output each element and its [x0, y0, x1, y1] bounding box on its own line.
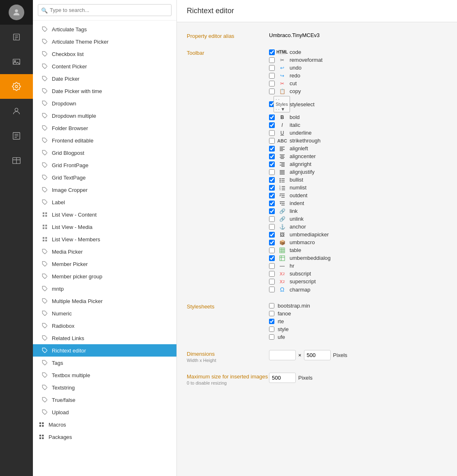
item-icon: [41, 137, 49, 144]
toolbar-checkbox-subscript[interactable]: [269, 271, 275, 277]
toolbar-checkbox-superscript[interactable]: [269, 279, 275, 285]
toolbar-item-table: table: [269, 247, 447, 253]
toolbar-checkbox-umbembeddialog[interactable]: [269, 255, 275, 261]
tree-item-date-picker-time[interactable]: Date Picker with time: [33, 85, 176, 97]
nav-content[interactable]: [0, 25, 33, 49]
toolbar-checkbox-link[interactable]: [269, 208, 275, 214]
toolbar-checkbox-charmap[interactable]: [269, 287, 275, 292]
main-content: Richtext editor Property editor alias Um…: [177, 0, 457, 476]
toolbar-checkbox-table[interactable]: [269, 247, 275, 253]
nav-settings[interactable]: [0, 74, 33, 99]
tree-item-textstring[interactable]: Textstring: [33, 381, 176, 394]
toolbar-checkbox-undo[interactable]: [269, 65, 275, 71]
toolbar-checkbox-strikethrough[interactable]: [269, 138, 275, 144]
toolbar-checkbox-indent[interactable]: [269, 201, 275, 206]
stylesheet-checkbox-rte[interactable]: [269, 319, 274, 324]
dimensions-width-input[interactable]: [269, 350, 296, 360]
packages-label: Packages: [49, 434, 72, 440]
tree-item-listview-members[interactable]: List View - Members: [33, 233, 176, 245]
stylesheet-checkbox-ufe[interactable]: [269, 334, 274, 340]
max-size-input[interactable]: [269, 373, 296, 383]
toolbar-checkbox-unlink[interactable]: [269, 216, 275, 222]
tree-item-upload[interactable]: Upload: [33, 406, 176, 418]
tree-item-mntp[interactable]: mntp: [33, 282, 176, 295]
tree-item-multiple-media-picker[interactable]: Multiple Media Picker: [33, 295, 176, 307]
item-label: Member Picker: [52, 261, 88, 267]
tree-item-articulate-theme[interactable]: Articulate Theme Picker: [33, 35, 176, 48]
tree-item-articulate-tags[interactable]: Articulate Tags: [33, 23, 176, 35]
toolbar-checkbox-umbmediapicker[interactable]: [269, 232, 275, 238]
toolbar-icon-umbembeddialog: [278, 255, 286, 261]
nav-translation[interactable]: [0, 148, 33, 173]
toolbar-checkbox-bold[interactable]: [269, 114, 275, 120]
tree-item-member-picker-group[interactable]: Member picker group: [33, 270, 176, 282]
tree-section-macros[interactable]: Macros: [33, 418, 176, 431]
toolbar-checkbox-code[interactable]: [269, 49, 275, 55]
toolbar-checkbox-cut[interactable]: [269, 81, 275, 86]
tree-item-radiobox[interactable]: Radiobox: [33, 320, 176, 332]
nav-forms[interactable]: [0, 124, 33, 148]
toolbar-checkbox-outdent[interactable]: [269, 193, 275, 198]
tree-item-label[interactable]: Label: [33, 196, 176, 208]
tree-item-frontend-editable[interactable]: Frontend editable: [33, 134, 176, 147]
item-label: True/false: [52, 397, 75, 403]
tree-item-dropdown-multiple[interactable]: Dropdown multiple: [33, 110, 176, 122]
toolbar-checkbox-aligncenter[interactable]: [269, 154, 275, 159]
nav-media[interactable]: [0, 49, 33, 74]
toolbar-checkbox-alignright[interactable]: [269, 161, 275, 167]
tree-section-packages[interactable]: Packages: [33, 431, 176, 443]
toolbar-checkbox-removeformat[interactable]: [269, 57, 275, 63]
nav-members[interactable]: [0, 99, 33, 124]
svg-rect-100: [280, 248, 285, 253]
search-input[interactable]: [38, 4, 172, 16]
tree-item-listview-content[interactable]: List View - Content: [33, 208, 176, 221]
dimensions-height-input[interactable]: [304, 350, 331, 360]
tree-item-listview-media[interactable]: List View - Media: [33, 221, 176, 233]
tree-item-tags[interactable]: Tags: [33, 357, 176, 369]
tree-item-textbox-multiple[interactable]: Textbox multiple: [33, 369, 176, 381]
tree-item-checkbox-list[interactable]: Checkbox list: [33, 48, 176, 60]
toolbar-icon-copy: 📋: [278, 89, 286, 94]
toolbar-checkbox-italic[interactable]: [269, 122, 275, 128]
user-avatar-container[interactable]: [0, 0, 33, 25]
max-size-pixels-label: Pixels: [298, 375, 313, 381]
svg-rect-35: [45, 225, 47, 226]
item-icon: [41, 149, 49, 156]
tree-item-numeric[interactable]: Numeric: [33, 307, 176, 320]
stylesheet-checkbox-bootstrap[interactable]: [269, 303, 274, 308]
tree-item-grid-frontpage[interactable]: Grid FrontPage: [33, 159, 176, 171]
tree-item-content-picker[interactable]: Content Picker: [33, 60, 176, 72]
tree-item-grid-blogpost[interactable]: Grid Blogpost: [33, 147, 176, 159]
tree-item-image-cropper[interactable]: Image Cropper: [33, 184, 176, 196]
tree-item-date-picker[interactable]: Date Picker: [33, 72, 176, 85]
toolbar-checkbox-alignleft[interactable]: [269, 146, 275, 152]
toolbar-item-outdent: outdent: [269, 192, 447, 198]
tree-item-media-picker[interactable]: Media Picker: [33, 245, 176, 258]
svg-rect-37: [45, 227, 47, 229]
toolbar-icon-alignjustify: [278, 169, 286, 175]
tree-item-dropdown[interactable]: Dropdown: [33, 97, 176, 110]
tree-item-folder-browser[interactable]: Folder Browser: [33, 122, 176, 134]
item-label: Richtext editor: [52, 348, 86, 354]
tree-item-member-picker[interactable]: Member Picker: [33, 258, 176, 270]
toolbar-checkbox-redo[interactable]: [269, 73, 275, 79]
tree-item-related-links[interactable]: Related Links: [33, 332, 176, 344]
toolbar-checkbox-hr[interactable]: [269, 263, 275, 269]
dimensions-cross: ×: [298, 352, 302, 358]
toolbar-checkbox-alignjustify[interactable]: [269, 169, 275, 175]
toolbar-checkbox-umbmacro[interactable]: [269, 240, 275, 245]
toolbar-checkbox-copy[interactable]: [269, 89, 275, 94]
toolbar-checkbox-numlist[interactable]: [269, 185, 275, 191]
toolbar-label-italic: italic: [290, 122, 300, 128]
toolbar-checkbox-anchor[interactable]: [269, 224, 275, 230]
toolbar-label: Toolbar: [187, 49, 269, 56]
toolbar-icon-italic: I: [278, 122, 286, 128]
tree-item-grid-textpage[interactable]: Grid TextPage: [33, 171, 176, 184]
tree-item-richtext-editor[interactable]: Richtext editor: [33, 344, 176, 357]
toolbar-label-unlink: unlink: [290, 216, 304, 222]
stylesheet-checkbox-fanoe[interactable]: [269, 311, 274, 316]
toolbar-checkbox-underline[interactable]: [269, 130, 275, 136]
tree-item-true-false[interactable]: True/false: [33, 394, 176, 406]
toolbar-checkbox-bullist[interactable]: [269, 177, 275, 183]
stylesheet-checkbox-style[interactable]: [269, 327, 274, 332]
